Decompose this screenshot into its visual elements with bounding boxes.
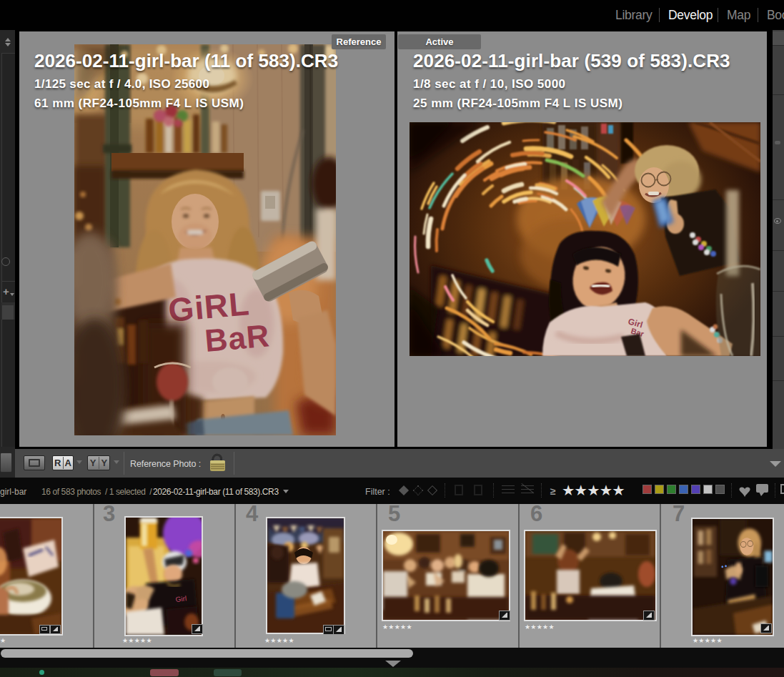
svg-text:Girl: Girl — [175, 594, 187, 603]
